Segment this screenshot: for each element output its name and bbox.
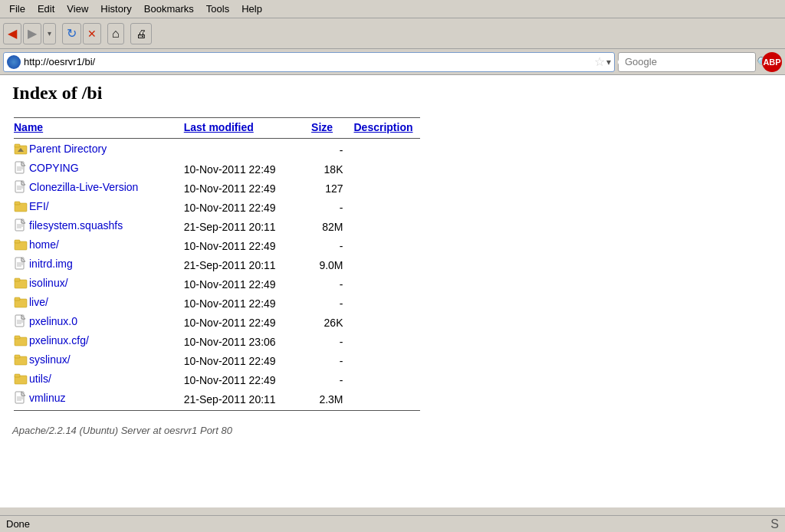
menu-file[interactable]: File [3, 2, 31, 16]
col-header-modified[interactable]: Last modified [182, 120, 310, 136]
file-link[interactable]: pxelinux.cfg/ [29, 334, 89, 346]
bookmark-star-icon[interactable]: ☆ [594, 54, 605, 69]
file-name-cell[interactable]: Clonezilla-Live-Version [12, 179, 182, 198]
toolbar: ◀ ▶ ▾ ↻ ✕ ⌂ 🖨 [0, 18, 785, 49]
file-desc-cell [353, 332, 427, 351]
table-row: home/10-Nov-2011 22:49- [12, 236, 426, 255]
file-link[interactable]: isolinux/ [29, 277, 68, 289]
file-size-cell: - [310, 332, 352, 351]
folder-icon [14, 295, 28, 311]
menu-view[interactable]: View [61, 2, 94, 16]
file-link[interactable]: vmlinuz [29, 392, 65, 404]
file-size-cell: 127 [310, 179, 352, 198]
forward-icon: ▶ [28, 26, 37, 41]
file-modified-cell: 10-Nov-2011 22:49 [182, 370, 310, 389]
col-header-name[interactable]: Name [12, 120, 182, 136]
svg-rect-39 [15, 355, 20, 358]
file-name-cell[interactable]: utils/ [12, 370, 182, 389]
file-modified-cell: 10-Nov-2011 22:49 [182, 179, 310, 198]
menu-edit[interactable]: Edit [31, 2, 61, 16]
file-desc-cell [353, 236, 427, 255]
stop-button[interactable]: ✕ [83, 23, 101, 44]
file-desc-cell [353, 140, 427, 159]
file-modified-cell: 21-Sep-2011 20:11 [182, 255, 310, 274]
file-desc-cell [353, 294, 427, 313]
address-input[interactable] [24, 56, 593, 67]
file-icon [14, 180, 28, 196]
menu-tools[interactable]: Tools [200, 2, 235, 16]
file-link[interactable]: Parent Directory [29, 143, 107, 155]
file-link[interactable]: utils/ [29, 373, 51, 385]
table-row: utils/10-Nov-2011 22:49- [12, 370, 426, 389]
svg-rect-28 [15, 278, 20, 281]
file-link[interactable]: EFI/ [29, 200, 49, 212]
file-link[interactable]: filesystem.squashfs [29, 219, 123, 232]
address-dropdown-icon[interactable]: ▾ [606, 57, 611, 67]
page-content: Index of /bi Name Last modified Size Des… [0, 75, 785, 507]
table-row: vmlinuz21-Sep-2011 20:112.3M [12, 389, 426, 409]
back-icon: ◀ [8, 26, 17, 41]
file-name-cell[interactable]: COPYING [12, 159, 182, 179]
file-link[interactable]: Clonezilla-Live-Version [29, 181, 138, 193]
file-modified-cell: 10-Nov-2011 22:49 [182, 313, 310, 332]
file-link[interactable]: pxelinux.0 [29, 315, 77, 327]
menubar: File Edit View History Bookmarks Tools H… [0, 0, 785, 18]
file-size-cell: - [310, 294, 352, 313]
file-name-cell[interactable]: initrd.img [12, 255, 182, 274]
menu-history[interactable]: History [94, 2, 137, 16]
file-link[interactable]: initrd.img [29, 258, 73, 270]
home-button[interactable]: ⌂ [107, 23, 124, 44]
table-row: pxelinux.010-Nov-2011 22:4926K [12, 313, 426, 332]
file-link[interactable]: COPYING [29, 162, 79, 174]
file-name-cell[interactable]: vmlinuz [12, 389, 182, 409]
table-row: Parent Directory- [12, 140, 426, 159]
address-bar-wrap: ☆ ▾ [3, 52, 615, 72]
file-modified-cell: 21-Sep-2011 20:11 [182, 389, 310, 409]
col-header-description[interactable]: Description [353, 120, 427, 136]
page-title: Index of /bi [12, 83, 773, 103]
table-row: EFI/10-Nov-2011 22:49- [12, 198, 426, 217]
table-row: Clonezilla-Live-Version10-Nov-2011 22:49… [12, 179, 426, 198]
file-size-cell: - [310, 351, 352, 370]
table-row: filesystem.squashfs21-Sep-2011 20:1182M [12, 217, 426, 236]
table-row: COPYING10-Nov-2011 22:4918K [12, 159, 426, 179]
file-name-cell[interactable]: EFI/ [12, 198, 182, 217]
print-button[interactable]: 🖨 [130, 23, 152, 44]
file-name-cell[interactable]: Parent Directory [12, 140, 182, 159]
search-input[interactable] [625, 56, 754, 67]
col-header-size[interactable]: Size [310, 120, 352, 136]
forward-button[interactable]: ▶ [23, 23, 41, 44]
file-link[interactable]: home/ [29, 238, 59, 251]
file-table: Name Last modified Size Description [12, 116, 426, 412]
table-row: initrd.img21-Sep-2011 20:119.0M [12, 255, 426, 274]
file-name-cell[interactable]: pxelinux.0 [12, 313, 182, 332]
menu-bookmarks[interactable]: Bookmarks [138, 2, 200, 16]
table-row: pxelinux.cfg/10-Nov-2011 23:06- [12, 332, 426, 351]
file-size-cell: - [310, 236, 352, 255]
abp-button[interactable]: ABP [762, 52, 782, 72]
file-name-cell[interactable]: pxelinux.cfg/ [12, 332, 182, 351]
history-dropdown-button[interactable]: ▾ [43, 23, 56, 44]
file-name-cell[interactable]: live/ [12, 294, 182, 313]
file-desc-cell [353, 389, 427, 409]
file-name-cell[interactable]: syslinux/ [12, 351, 182, 370]
back-button[interactable]: ◀ [3, 23, 21, 44]
svg-rect-30 [15, 297, 20, 300]
svg-rect-41 [15, 374, 20, 377]
file-modified-cell: 10-Nov-2011 22:49 [182, 274, 310, 294]
svg-rect-37 [15, 336, 20, 339]
file-desc-cell [353, 179, 427, 198]
table-row: live/10-Nov-2011 22:49- [12, 294, 426, 313]
parent-dir-icon [14, 142, 28, 158]
file-icon [14, 257, 28, 273]
file-link[interactable]: live/ [29, 296, 48, 308]
file-name-cell[interactable]: home/ [12, 236, 182, 255]
file-link[interactable]: syslinux/ [29, 353, 71, 366]
menu-help[interactable]: Help [235, 2, 268, 16]
file-name-cell[interactable]: isolinux/ [12, 274, 182, 294]
stop-icon: ✕ [87, 28, 97, 40]
file-desc-cell [353, 159, 427, 179]
reload-button[interactable]: ↻ [62, 23, 81, 44]
file-name-cell[interactable]: filesystem.squashfs [12, 217, 182, 236]
file-desc-cell [353, 274, 427, 294]
